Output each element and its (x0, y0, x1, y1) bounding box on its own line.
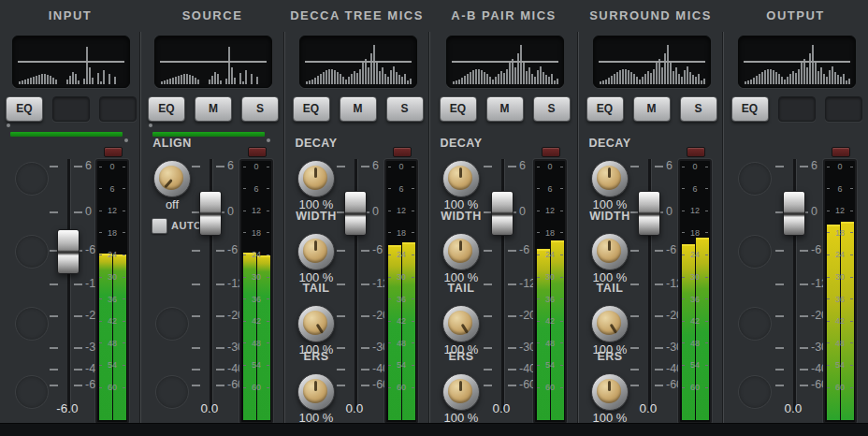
width-knob[interactable] (442, 233, 480, 270)
clip-led (393, 147, 412, 157)
eq-button[interactable]: EQ (148, 96, 185, 122)
empty-button-slot (825, 96, 862, 122)
fader-tick-dash (337, 283, 345, 285)
spectrum-bar (528, 67, 530, 84)
eq-button[interactable]: EQ (440, 96, 477, 122)
spectrum-bar (834, 72, 836, 84)
fader-cap[interactable] (638, 191, 660, 236)
fader-tick-dash (74, 166, 82, 167)
fader-track[interactable] (67, 159, 70, 412)
knob-pointer-line (459, 381, 462, 391)
spectrum-bar (846, 80, 847, 84)
meter-tick-dash (560, 321, 563, 322)
decay-knob[interactable] (297, 160, 335, 197)
spectrum-bar (506, 69, 508, 84)
tail-knob[interactable] (297, 305, 335, 342)
fader-tick-dash (216, 166, 224, 167)
fader-tick-dash (50, 315, 58, 317)
meter-scale-label: 30 (835, 272, 845, 282)
mute-button[interactable]: M (633, 96, 671, 122)
mute-button[interactable]: M (486, 96, 524, 122)
spectrum-bar (390, 70, 392, 84)
mute-button[interactable]: M (195, 96, 232, 122)
trim-handle-left[interactable] (7, 124, 10, 127)
spectrum-bar (83, 79, 85, 84)
spectrum-bar (348, 77, 350, 84)
meter-tick-dash (123, 342, 125, 343)
spectrum-bar (306, 81, 308, 84)
meter-scale-label: 24 (545, 250, 555, 259)
meter-tick-dash (243, 342, 246, 343)
spectrum-bar (781, 77, 783, 84)
spectrum-bar (801, 63, 803, 84)
spectrum-bar (484, 72, 485, 84)
meter-scale-tick: 18 (388, 228, 414, 238)
trim-bar[interactable] (10, 132, 123, 137)
meter-scale-tick: 42 (99, 316, 125, 326)
spectrum-bar (340, 74, 341, 84)
spectrum-bar (764, 70, 766, 84)
fader-tick-dash (74, 283, 82, 285)
solo-button[interactable]: S (533, 96, 571, 122)
eq-button[interactable]: EQ (293, 96, 330, 122)
spectrum-bar (30, 78, 32, 84)
fader-tick-dash (484, 166, 492, 167)
meter-peak-cap (696, 238, 709, 240)
width-knob[interactable] (297, 233, 335, 270)
fader-cap[interactable] (783, 191, 805, 236)
knob-pointer-line (610, 324, 617, 334)
meter-tick-dash (267, 232, 269, 233)
tail-knob[interactable] (442, 305, 480, 342)
spectrum-bar (675, 67, 677, 84)
spectrum-bar (317, 76, 319, 84)
spectrum-bar (19, 81, 21, 84)
spectrum-bar (178, 76, 180, 84)
fader-cap[interactable] (491, 191, 514, 236)
solo-button[interactable]: S (241, 96, 279, 122)
eq-button[interactable]: EQ (731, 96, 769, 122)
spectrum-bar (554, 80, 556, 84)
fader-tick-dash (508, 369, 516, 371)
spectrum-bar (778, 74, 780, 84)
spectrum-bar (356, 73, 358, 84)
level-meter: 06121824303642485460 (384, 159, 418, 424)
meter-scale-tick: 0 (388, 162, 414, 171)
meter-scale-tick: 48 (243, 339, 269, 348)
decay-knob[interactable] (591, 160, 629, 197)
auto-checkbox[interactable] (152, 218, 167, 234)
solo-button[interactable]: S (386, 96, 424, 122)
zero-line (744, 61, 850, 63)
knob-pointer-line (608, 381, 611, 391)
eq-button[interactable]: EQ (586, 96, 624, 122)
spectrum-bar (75, 74, 77, 84)
trim-handle-right[interactable] (267, 138, 270, 142)
meter-scale-tick: 60 (243, 383, 269, 392)
ers-label: ERS (581, 350, 639, 363)
trim-handle-left[interactable] (149, 124, 152, 127)
fader-cap[interactable] (344, 191, 367, 236)
meter-scale-label: 54 (108, 360, 117, 370)
fader-tick-dash (775, 283, 784, 285)
meter-scale-label: 18 (252, 228, 261, 238)
fader-tick-dash (192, 283, 200, 285)
signal-display (154, 36, 272, 88)
align-knob[interactable] (153, 160, 191, 197)
solo-button[interactable]: S (680, 96, 717, 122)
fader-cap[interactable] (199, 191, 222, 236)
fader-cap[interactable] (57, 229, 80, 274)
decay-knob[interactable] (442, 160, 480, 197)
tail-knob[interactable] (591, 305, 629, 342)
meter-scale-tick: 48 (99, 339, 125, 348)
meter-scale-label: 42 (252, 316, 261, 326)
mute-button[interactable]: M (340, 96, 377, 122)
fader-tick-dash (74, 211, 82, 213)
knob-pointer-line (459, 240, 462, 251)
strip-title: SOURCE (140, 8, 284, 22)
width-knob[interactable] (591, 233, 629, 270)
spectrum-bar (829, 70, 831, 84)
fader-tick-dash (775, 385, 784, 386)
meter-tick-dash (243, 254, 246, 255)
meter-scale-label: 18 (397, 228, 406, 238)
eq-button[interactable]: EQ (6, 96, 43, 122)
trim-handle-right[interactable] (124, 138, 128, 142)
